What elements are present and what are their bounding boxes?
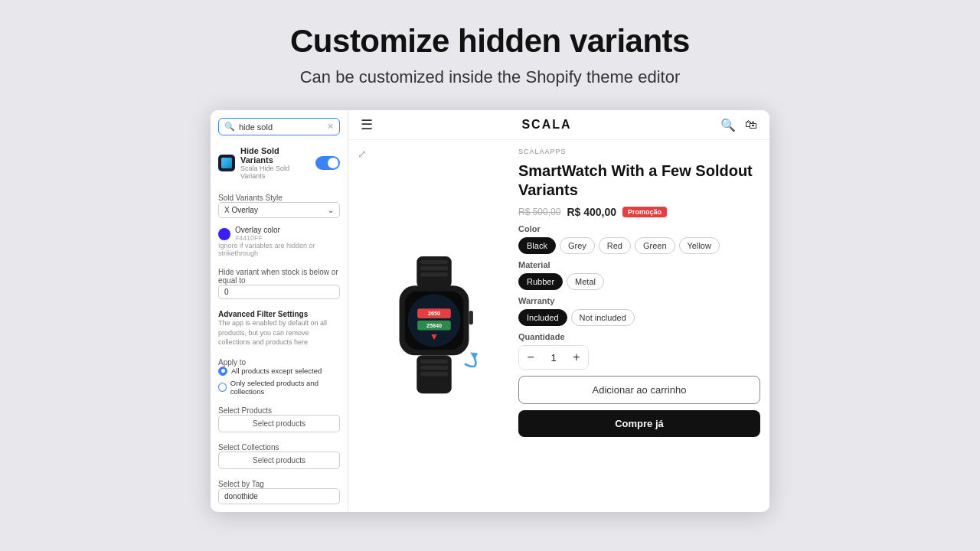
select-products-button[interactable]: Select products [218, 415, 340, 432]
app-info: Hide Sold Variants Scala Hide Sold Varia… [240, 146, 310, 180]
app-sub: Scala Hide Sold Variants [240, 165, 310, 180]
overlay-color-section: Overlay color #4410FF Ignore if variable… [218, 226, 340, 257]
search-bar[interactable]: 🔍 ✕ [218, 118, 340, 135]
sold-variants-style-label: Sold Variants Style [218, 194, 340, 202]
select-by-tag-section: Select by Tag [218, 477, 340, 504]
header-icons: 🔍 🛍 [720, 118, 757, 132]
hamburger-icon[interactable]: ☰ [361, 116, 373, 133]
svg-rect-2 [420, 266, 448, 270]
color-black[interactable]: Black [518, 237, 556, 254]
brand-tag: SCALAAPPS [518, 148, 760, 155]
color-grey[interactable]: Grey [560, 237, 595, 254]
app-icon [218, 155, 235, 171]
store-header: ☰ SCALA 🔍 🛍 [348, 110, 769, 140]
product-image-area: ⤢ 2650 [358, 148, 511, 504]
color-red[interactable]: Red [599, 237, 631, 254]
search-input[interactable] [239, 122, 323, 132]
advanced-title: Advanced Filter Settings [218, 310, 340, 318]
radio-selected-products[interactable]: Only selected products and collections [218, 379, 340, 396]
quantity-decrease[interactable]: − [519, 346, 542, 369]
app-item: Hide Sold Variants Scala Hide Sold Varia… [218, 143, 340, 183]
radio-group: All products except selected Only select… [218, 367, 340, 396]
radio-circle-all [218, 367, 227, 376]
svg-rect-1 [420, 260, 448, 264]
material-options: Rubber Metal [518, 273, 760, 290]
svg-rect-16 [420, 372, 448, 376]
apply-to-section: Apply to All products except selected On… [218, 355, 340, 396]
warranty-variant-section: Warranty Included Not included [518, 296, 760, 326]
warranty-not-included[interactable]: Not included [571, 309, 635, 326]
tag-input[interactable] [218, 488, 340, 504]
quantity-row: − 1 + [518, 345, 589, 370]
price-original: R$ 500,00 [518, 207, 560, 217]
page-subtitle: Can be customized inside the Shopify the… [300, 67, 681, 87]
browser-window: 🔍 ✕ Hide Sold Variants Scala Hide Sold V… [211, 110, 769, 512]
chevron-down-icon: ⌄ [328, 206, 334, 214]
svg-marker-17 [470, 352, 478, 359]
store-body: ⤢ 2650 [348, 140, 769, 512]
clear-search-icon[interactable]: ✕ [327, 122, 334, 132]
radio-label-all: All products except selected [231, 367, 322, 375]
warranty-label: Warranty [518, 296, 760, 305]
svg-rect-3 [420, 272, 448, 276]
radio-label-selected: Only selected products and collections [230, 379, 340, 396]
radio-all-products[interactable]: All products except selected [218, 367, 340, 376]
hide-variant-stock-input[interactable] [218, 285, 340, 299]
material-label: Material [518, 260, 760, 269]
color-green[interactable]: Green [635, 237, 675, 254]
store-logo: SCALA [521, 118, 571, 132]
svg-rect-12 [469, 311, 472, 324]
quantity-increase[interactable]: + [565, 346, 588, 369]
svg-rect-14 [420, 360, 448, 364]
color-variant-section: Color Black Grey Red Green Yellow [518, 224, 760, 254]
app-toggle[interactable] [315, 156, 340, 170]
select-products-section: Select Products Select products [218, 403, 340, 432]
buy-now-button[interactable]: Compre já [518, 410, 760, 437]
color-dot[interactable] [218, 228, 230, 240]
select-by-tag-label: Select by Tag [218, 480, 340, 488]
select-collections-label: Select Collections [218, 443, 340, 452]
svg-text:2650: 2650 [428, 310, 440, 317]
hide-variant-stock-label: Hide variant when stock is below or equa… [218, 268, 340, 285]
search-icon: 🔍 [224, 122, 235, 132]
product-title: SmartWatch With a Few Soldout Variants [518, 161, 760, 200]
svg-text:25840: 25840 [426, 322, 442, 329]
right-panel: ☰ SCALA 🔍 🛍 ⤢ [348, 110, 769, 512]
overlay-color-hex: #4410FF [235, 234, 280, 242]
app-name: Hide Sold Variants [240, 146, 310, 165]
advanced-desc: The app is enabled by default on all pro… [218, 318, 340, 347]
quantity-section: Quantidade − 1 + [518, 332, 760, 370]
price-current: R$ 400,00 [567, 206, 616, 218]
svg-rect-15 [420, 366, 448, 370]
search-header-icon[interactable]: 🔍 [720, 118, 736, 132]
product-image: 2650 25840 [373, 249, 495, 403]
page-title: Customize hidden variants [290, 23, 690, 60]
promo-badge: Promoção [622, 207, 667, 217]
zoom-icon[interactable]: ⤢ [358, 148, 367, 160]
overlay-color-note: Ignore if variables are hidden or strike… [218, 242, 340, 257]
material-metal[interactable]: Metal [567, 273, 604, 290]
radio-circle-selected [218, 383, 227, 392]
material-rubber[interactable]: Rubber [518, 273, 563, 290]
sold-variants-style-value: X Overlay [224, 206, 258, 214]
overlay-color-label: Overlay color [235, 226, 280, 234]
apply-to-label: Apply to [218, 358, 340, 367]
sold-variants-style-select[interactable]: X Overlay ⌄ [218, 202, 340, 218]
hide-variant-stock-section: Hide variant when stock is below or equa… [218, 265, 340, 299]
advanced-filter-section: Advanced Filter Settings The app is enab… [218, 307, 340, 347]
color-yellow[interactable]: Yellow [679, 237, 720, 254]
color-label: Color [518, 224, 760, 233]
warranty-included[interactable]: Included [518, 309, 567, 326]
cart-icon[interactable]: 🛍 [745, 118, 757, 132]
select-collections-section: Select Collections Select products [218, 440, 340, 469]
product-details: SCALAAPPS SmartWatch With a Few Soldout … [518, 148, 760, 504]
color-options: Black Grey Red Green Yellow [518, 237, 760, 254]
material-variant-section: Material Rubber Metal [518, 260, 760, 290]
price-row: R$ 500,00 R$ 400,00 Promoção [518, 206, 760, 218]
sold-variants-style-section: Sold Variants Style X Overlay ⌄ [218, 191, 340, 218]
quantity-value: 1 [542, 352, 565, 364]
select-collections-button[interactable]: Select products [218, 452, 340, 469]
quantity-label: Quantidade [518, 332, 760, 341]
warranty-options: Included Not included [518, 309, 760, 326]
add-to-cart-button[interactable]: Adicionar ao carrinho [518, 376, 760, 404]
